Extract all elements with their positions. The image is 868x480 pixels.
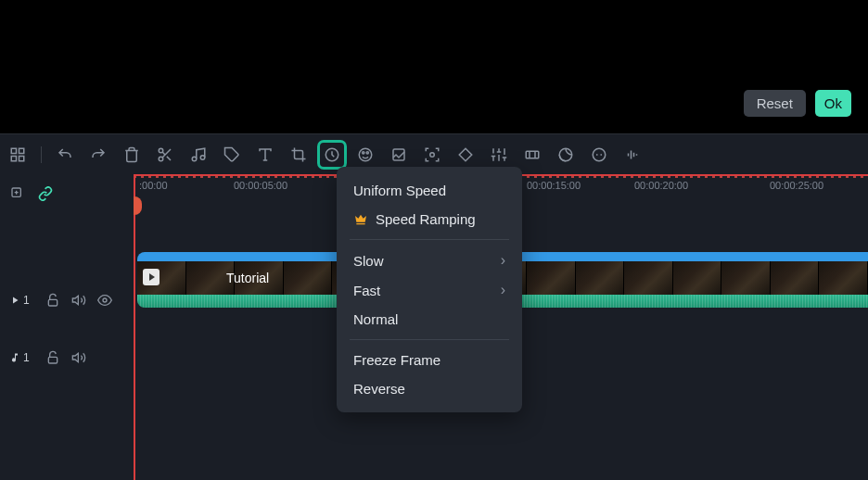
divider: [350, 339, 509, 340]
chevron-right-icon: ›: [501, 252, 505, 269]
ok-button[interactable]: Ok: [815, 90, 851, 117]
keyframe-icon[interactable]: [455, 145, 476, 165]
svg-point-9: [359, 148, 372, 161]
menu-speed-ramping[interactable]: Speed Ramping: [337, 205, 522, 234]
speed-icon[interactable]: [322, 145, 342, 165]
svg-point-10: [363, 151, 364, 153]
chevron-right-icon: ›: [501, 282, 505, 298]
svg-point-16: [593, 148, 606, 161]
video-track-controls: 1: [9, 284, 124, 317]
link-icon[interactable]: [37, 185, 54, 202]
time-mark: 00:00:05:00: [234, 180, 287, 191]
svg-point-5: [159, 157, 163, 161]
stabilize-icon[interactable]: [555, 145, 576, 165]
divider: [350, 239, 509, 240]
visibility-icon[interactable]: [96, 292, 113, 309]
menu-label: Speed Ramping: [376, 211, 476, 227]
audio-track-controls: 1: [9, 341, 124, 374]
audio-track-num: 1: [23, 351, 30, 364]
svg-point-7: [200, 155, 205, 159]
color-icon[interactable]: [355, 145, 376, 165]
clip-label: Tutorial: [226, 271, 269, 285]
svg-rect-12: [393, 149, 404, 160]
speed-menu: Uniform Speed Speed Ramping Slow› Fast› …: [337, 167, 522, 412]
tracking-icon[interactable]: [422, 145, 442, 165]
svg-point-4: [159, 148, 163, 153]
svg-rect-20: [48, 357, 57, 363]
mask-icon[interactable]: [389, 145, 409, 165]
crown-icon: [353, 212, 368, 227]
menu-label: Slow: [353, 253, 384, 269]
time-mark: :00:00: [139, 180, 168, 191]
delete-icon[interactable]: [121, 145, 142, 165]
mute-icon[interactable]: [70, 292, 87, 309]
svg-point-19: [103, 298, 107, 302]
svg-rect-0: [11, 148, 16, 153]
lock-icon[interactable]: [45, 349, 61, 366]
undo-icon[interactable]: [55, 145, 75, 165]
track-controls: 1 1: [0, 174, 134, 480]
menu-reverse[interactable]: Reverse: [337, 374, 522, 403]
menu-slow[interactable]: Slow›: [337, 246, 522, 275]
split-icon[interactable]: [155, 145, 175, 165]
adjust-icon[interactable]: [489, 145, 509, 165]
tag-icon[interactable]: [222, 145, 242, 165]
divider: [41, 146, 42, 163]
mute-icon[interactable]: [70, 349, 87, 366]
video-track-num: 1: [23, 294, 30, 307]
svg-rect-18: [48, 299, 57, 306]
preview-area: Reset Ok: [0, 0, 868, 133]
grid-icon[interactable]: [7, 145, 28, 165]
menu-freeze-frame[interactable]: Freeze Frame: [337, 346, 522, 374]
text-icon[interactable]: [255, 145, 275, 165]
menu-fast[interactable]: Fast›: [337, 275, 522, 305]
reset-button[interactable]: Reset: [744, 90, 806, 117]
time-mark: 00:00:20:00: [634, 180, 688, 191]
redo-icon[interactable]: [88, 145, 108, 165]
equalizer-icon[interactable]: [622, 145, 643, 165]
play-badge-icon: [143, 269, 160, 285]
crop-icon[interactable]: [288, 145, 309, 165]
svg-point-6: [192, 157, 197, 161]
menu-label: Fast: [353, 283, 380, 298]
svg-point-11: [366, 151, 368, 153]
caption-icon[interactable]: [589, 145, 609, 165]
svg-rect-14: [526, 151, 539, 158]
svg-rect-2: [11, 156, 16, 160]
menu-normal[interactable]: Normal: [337, 305, 522, 334]
add-track-icon[interactable]: [9, 185, 26, 202]
audio-icon[interactable]: [188, 145, 209, 165]
menu-uniform-speed[interactable]: Uniform Speed: [337, 176, 522, 205]
time-mark: 00:00:25:00: [770, 180, 823, 191]
svg-point-13: [430, 152, 435, 157]
transition-icon[interactable]: [522, 145, 542, 165]
svg-rect-1: [19, 148, 24, 153]
playhead[interactable]: [134, 174, 135, 480]
svg-rect-3: [19, 156, 24, 160]
lock-icon[interactable]: [45, 292, 61, 309]
time-mark: 00:00:15:00: [527, 180, 581, 191]
